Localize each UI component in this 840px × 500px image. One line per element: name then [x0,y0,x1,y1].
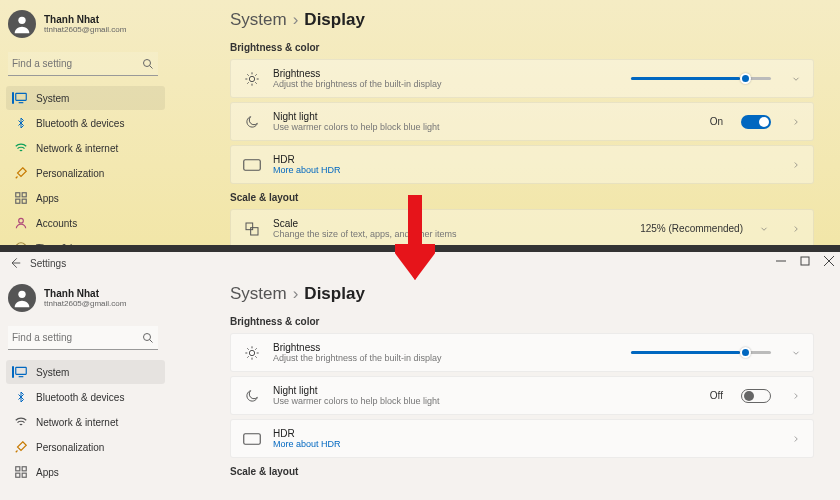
svg-point-1 [144,59,151,66]
hdr-link[interactable]: More about HDR [273,165,779,175]
svg-rect-7 [16,199,20,203]
nav-network[interactable]: Network & internet [6,410,165,434]
system-icon [14,91,28,105]
scale-icon [243,220,261,238]
chevron-right-icon[interactable] [791,224,801,234]
svg-line-21 [150,339,153,342]
search-input[interactable] [8,326,158,350]
svg-rect-27 [22,473,26,477]
avatar-icon [8,10,36,38]
breadcrumb: System›Display [230,284,814,304]
user-profile[interactable]: Thanh Nhatttnhat2605@gmail.com [6,280,165,322]
brush-icon [14,166,28,180]
svg-rect-13 [246,223,253,230]
section-scale: Scale & layout [230,466,814,477]
scale-value: 125% (Recommended) [640,223,743,234]
nav-system[interactable]: System [6,360,165,384]
svg-rect-3 [16,93,27,100]
toggle-label-off: Off [710,390,723,401]
svg-rect-30 [408,195,422,257]
svg-rect-8 [22,199,26,203]
chevron-right-icon[interactable] [791,391,801,401]
nav-apps[interactable]: Apps [6,186,165,210]
svg-rect-16 [801,257,809,265]
breadcrumb: System›Display [230,10,814,30]
chevron-right-icon[interactable] [791,117,801,127]
chevron-down-icon[interactable] [791,348,801,358]
nav-bluetooth[interactable]: Bluetooth & devices [6,111,165,135]
arrow-annotation-icon [395,195,435,295]
moon-icon [243,387,261,405]
svg-rect-24 [16,467,20,471]
svg-point-28 [249,350,254,355]
svg-point-19 [18,291,25,298]
nav-list: System Bluetooth & devices Network & int… [6,360,165,484]
svg-rect-25 [22,467,26,471]
chevron-down-icon[interactable] [759,224,769,234]
search-icon [142,58,154,70]
section-scale: Scale & layout [230,192,814,203]
svg-rect-14 [251,227,258,234]
brightness-slider[interactable] [631,351,771,354]
bluetooth-icon [14,390,28,404]
nav-time[interactable]: Time & language [6,236,165,245]
svg-point-20 [144,333,151,340]
nav-system[interactable]: System [6,86,165,110]
svg-rect-12 [244,159,261,170]
maximize-icon[interactable] [800,256,810,266]
wifi-icon [14,141,28,155]
hdr-row[interactable]: HDRMore about HDR [230,145,814,184]
nav-apps[interactable]: Apps [6,460,165,484]
svg-rect-26 [16,473,20,477]
nav-bluetooth[interactable]: Bluetooth & devices [6,385,165,409]
brightness-row[interactable]: BrightnessAdjust the brightness of the b… [230,59,814,98]
apps-icon [14,465,28,479]
svg-line-2 [150,65,153,68]
sun-icon [243,70,261,88]
minimize-icon[interactable] [776,256,786,266]
apps-icon [14,191,28,205]
nav-personalization[interactable]: Personalization [6,435,165,459]
hdr-row[interactable]: HDRMore about HDR [230,419,814,458]
sun-icon [243,344,261,362]
back-icon[interactable] [8,256,22,270]
night-light-row[interactable]: Night lightUse warmer colors to help blo… [230,102,814,141]
user-name: Thanh Nhat [44,288,126,299]
section-brightness: Brightness & color [230,316,814,327]
search-input[interactable] [8,52,158,76]
svg-rect-29 [244,433,261,444]
chevron-right-icon[interactable] [791,434,801,444]
nav-network[interactable]: Network & internet [6,136,165,160]
chevron-right-icon[interactable] [791,160,801,170]
avatar-icon [8,284,36,312]
user-icon [14,216,28,230]
scale-row[interactable]: ScaleChange the size of text, apps, and … [230,209,814,245]
night-light-row[interactable]: Night lightUse warmer colors to help blo… [230,376,814,415]
hdr-link[interactable]: More about HDR [273,439,779,449]
nav-list: System Bluetooth & devices Network & int… [6,86,165,245]
chevron-down-icon[interactable] [791,74,801,84]
nav-personalization[interactable]: Personalization [6,161,165,185]
search-icon [142,332,154,344]
nav-accounts[interactable]: Accounts [6,211,165,235]
wifi-icon [14,415,28,429]
svg-rect-22 [16,367,27,374]
svg-point-9 [19,218,24,223]
moon-icon [243,113,261,131]
brightness-row[interactable]: BrightnessAdjust the brightness of the b… [230,333,814,372]
night-light-toggle[interactable] [741,389,771,403]
svg-rect-5 [16,193,20,197]
svg-rect-6 [22,193,26,197]
bluetooth-icon [14,116,28,130]
section-brightness: Brightness & color [230,42,814,53]
hdr-icon [243,156,261,174]
system-icon [14,365,28,379]
user-profile[interactable]: Thanh Nhatttnhat2605@gmail.com [6,6,165,48]
close-icon[interactable] [824,256,834,266]
user-email: ttnhat2605@gmail.com [44,25,126,34]
brightness-slider[interactable] [631,77,771,80]
svg-point-0 [18,17,25,24]
night-light-toggle[interactable] [741,115,771,129]
toggle-label-on: On [710,116,723,127]
user-email: ttnhat2605@gmail.com [44,299,126,308]
